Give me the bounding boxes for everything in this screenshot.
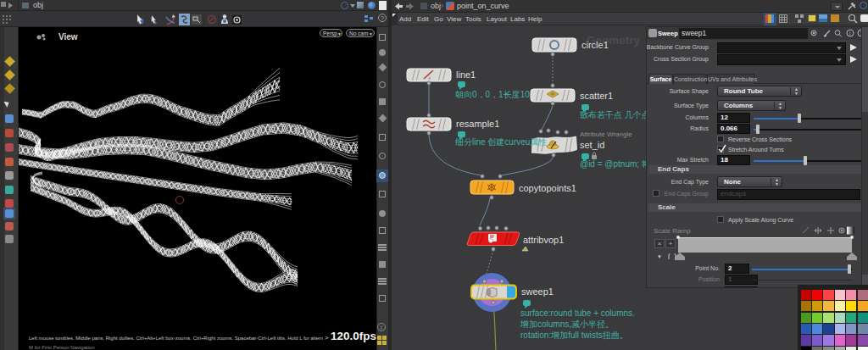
svg-text:sweep1: sweep1	[521, 286, 554, 297]
svg-text:set_id: set_id	[580, 140, 604, 150]
svg-text:resample1: resample1	[456, 119, 499, 129]
svg-text:line1: line1	[456, 69, 476, 80]
svg-text:细分line 创建curveu属性: 细分line 创建curveu属性	[455, 137, 547, 147]
svg-text:散布若干点 几个点: 散布若干点 几个点	[580, 110, 650, 119]
svg-text:i: i	[849, 31, 851, 36]
svg-text:scatter1: scatter1	[580, 91, 613, 101]
svg-text:@id = @ptnum; 将: @id = @ptnum; 将	[580, 159, 650, 169]
svg-text:attribvop1: attribvop1	[523, 235, 564, 245]
svg-text:copytopoints1: copytopoints1	[519, 183, 576, 193]
svg-text:Attribute Wrangle: Attribute Wrangle	[580, 131, 632, 138]
svg-text:增加columns,减小半径。: 增加columns,减小半径。	[520, 319, 614, 329]
svg-text:rotation:增加full twists扭曲。: rotation:增加full twists扭曲。	[520, 331, 628, 340]
svg-text:surface:round tube + columns.: surface:round tube + columns.	[520, 308, 635, 318]
svg-text:朝向0，0，1长度10: 朝向0，0，1长度10	[455, 90, 530, 99]
svg-text:circle1: circle1	[581, 40, 609, 50]
